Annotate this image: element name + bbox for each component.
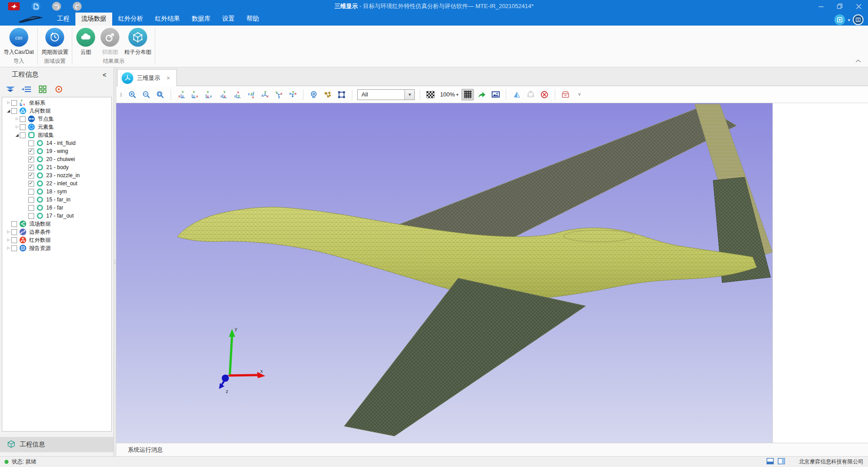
tree-checkbox[interactable] [11,245,17,251]
ribbon-button[interactable]: 云图 [76,27,96,56]
tree-checkbox[interactable] [11,108,17,114]
viewport-3d[interactable]: y x z [116,103,772,443]
tree-checkbox[interactable] [11,221,17,227]
probe-button[interactable] [307,89,320,100]
combo-dropdown-icon[interactable]: ▼ [404,90,414,100]
minimize-button[interactable] [811,0,830,13]
tree-item[interactable]: 15 - far_in [2,196,111,204]
tree-item[interactable]: 流场数据 [2,220,111,228]
tree-item[interactable]: ▷报告资源 [2,244,111,252]
tree-checkbox[interactable] [28,189,34,195]
tree-checkbox[interactable] [28,205,34,211]
view-orientation-4-button[interactable]: Yzx [217,89,229,100]
tree-expand-arrow-icon[interactable]: ▷ [14,115,20,123]
zoom-out-button[interactable] [140,89,153,100]
ribbon-button[interactable]: 周期面设置 [41,27,68,56]
menu-item[interactable]: 工程 [51,13,75,26]
tab-3d-view[interactable]: 三维显示 × [117,69,177,86]
target-icon[interactable] [54,84,64,94]
menu-item[interactable]: 流场数据 [75,13,112,26]
delete-button[interactable] [538,89,551,100]
tree-item[interactable]: ▷红外数据 [2,236,111,244]
view-orientation-5-button[interactable]: xzY [231,89,243,100]
panel-bottom-icon[interactable] [767,458,774,466]
view-orientation-6-button[interactable]: zYx [245,89,257,100]
view-orientation-3-button[interactable]: Yxz [203,89,215,100]
sidebar-collapse-icon[interactable]: < [103,71,106,79]
menu-item[interactable]: 数据库 [186,13,216,26]
tree-expand-arrow-icon[interactable]: ▷ [6,99,11,107]
zoom-fit-button[interactable] [154,89,167,100]
outline-list-icon[interactable] [22,84,31,94]
tree-expand-arrow-icon[interactable]: ▷ [6,244,11,252]
filter-triangle-icon[interactable] [5,84,15,94]
tree-checkbox[interactable] [20,132,26,138]
tree-item[interactable]: 14 - int_fluid [2,139,111,147]
menu-item[interactable]: 红外分析 [112,13,149,26]
menu-item[interactable]: 帮助 [241,13,265,26]
file-icon[interactable] [31,2,40,11]
grid-squares-icon[interactable] [38,84,48,94]
tree-item[interactable]: 20 - chuiwei [2,155,111,163]
tree-checkbox[interactable] [28,148,34,154]
box-select-button[interactable] [335,89,348,100]
plane-badge-icon[interactable] [8,2,20,10]
tree-item[interactable]: ▷元素集 [2,123,111,131]
tree-checkbox[interactable] [11,229,17,235]
node-pick-button[interactable] [321,89,334,100]
close-button[interactable] [849,0,868,13]
tree-checkbox[interactable] [28,181,34,187]
save-view-caret[interactable]: ˅ [573,89,586,100]
zoom-caret-icon[interactable]: ▾ [456,92,459,97]
display-filter-combo[interactable]: All▼ [357,89,415,100]
menu-item[interactable]: 红外结果 [149,13,186,26]
ribbon-collapse-chevron[interactable] [855,57,861,65]
snapshot-button[interactable] [489,89,502,100]
tree-expand-arrow-icon[interactable]: ◢ [14,131,20,139]
tree-checkbox[interactable] [28,197,34,203]
view-orientation-9-button[interactable]: zYx [286,89,299,100]
tree-expand-arrow-icon[interactable]: ▷ [6,236,11,244]
manual-book-icon[interactable] [853,14,864,25]
tree-item[interactable]: 18 - sym [2,188,111,196]
tree-checkbox[interactable] [28,213,34,219]
menu-item[interactable]: 设置 [216,13,241,26]
tree-item[interactable]: 17 - far_out [2,212,111,220]
redo-icon[interactable] [73,2,82,11]
view-orientation-1-button[interactable]: Yxz [175,89,188,100]
tree-checkbox[interactable] [11,100,17,106]
tree-checkbox[interactable] [28,173,34,179]
run-panel-icon[interactable] [834,14,845,25]
tree-item[interactable]: 21 - body [2,163,111,171]
tree-checkbox[interactable] [28,165,34,170]
view-orientation-8-button[interactable]: Yxz [272,89,285,100]
tree-checkbox[interactable] [20,124,26,130]
export-button[interactable] [475,89,488,100]
ribbon-button[interactable]: cas导入Cas/Dat [4,27,34,56]
tree-checkbox[interactable] [28,157,34,162]
zoom-level-control[interactable]: 100%▾ [440,91,458,98]
view-orientation-7-button[interactable]: zxY [259,89,271,100]
tree-checkbox[interactable] [11,237,17,243]
ribbon-button[interactable]: 粒子分布图 [124,27,151,56]
tree-item[interactable]: 19 - wing [2,147,111,155]
tree-item[interactable]: 23 - nozzle_in [2,171,111,179]
tab-close-icon[interactable]: × [167,74,170,82]
toolbar-drag-handle[interactable]: ‖ [119,91,125,99]
panel-right-icon[interactable] [778,458,785,466]
view-orientation-2-button[interactable]: Yzx [189,89,202,100]
tree-expand-arrow-icon[interactable]: ▷ [6,228,11,236]
dock-tab-project-info[interactable]: 工程信息 [0,437,114,452]
transparency-button[interactable] [424,89,437,100]
tree-item[interactable]: 16 - far [2,204,111,212]
tree-item[interactable]: ◢面域集 [2,131,111,139]
mesh-toggle-button[interactable] [461,89,474,100]
tree-expand-arrow-icon[interactable]: ▷ [14,123,20,131]
tree-checkbox[interactable] [28,140,34,146]
tree-item[interactable]: ▷节点集 [2,115,111,123]
restore-button[interactable] [830,0,849,13]
run-caret-icon[interactable]: ▾ [848,17,850,22]
mirror-button[interactable] [510,89,523,100]
zoom-in-button[interactable] [126,89,139,100]
tree-item[interactable]: ▷Yzx坐标系 [2,99,111,107]
